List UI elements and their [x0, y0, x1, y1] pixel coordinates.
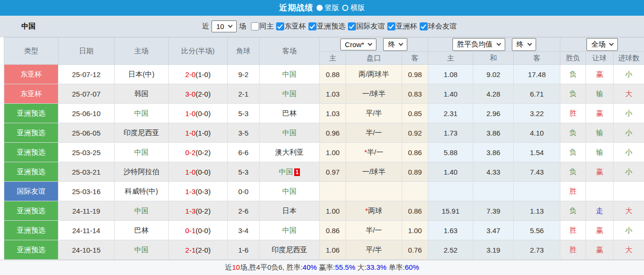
subcol-asian-home: 主 — [320, 52, 346, 65]
away-team-cell: 中国 — [260, 221, 320, 240]
date-cell: 25-06-05 — [58, 123, 115, 143]
result-cell: 胜 — [560, 240, 586, 260]
half-score: (1-0) — [196, 129, 211, 137]
checkbox-checked-icon[interactable] — [348, 22, 356, 30]
away-team-cell: 中国 — [260, 123, 320, 143]
table-row: 东亚杯25-07-07韩国3-0(2-0)2-1中国1.03一/球半0.831.… — [4, 84, 644, 104]
results-body: 东亚杯25-07-12日本(中)2-0(1-0)9-2中国0.88两/两球半0.… — [4, 65, 644, 260]
league-type-cell: 东亚杯 — [4, 65, 58, 84]
subcol-euro-home: 主 — [428, 52, 473, 65]
subcol-handicap: 盘口 — [346, 52, 402, 65]
summary-segment: 40% — [303, 263, 317, 271]
filter-checkbox-label: 同主 — [260, 22, 274, 31]
team-name: 日本 — [282, 206, 297, 215]
league-type-cell: 亚洲预选 — [4, 104, 58, 123]
checkbox-checked-icon[interactable] — [308, 22, 317, 30]
summary-segment: 近 — [225, 263, 232, 271]
team-name: 韩国 — [135, 89, 149, 98]
handicap-text: 两/两球半 — [358, 70, 389, 78]
score-cell: 1-0(0-0) — [169, 162, 228, 182]
chevron-down-icon — [496, 41, 501, 46]
checkbox-checked-icon[interactable] — [276, 22, 284, 30]
full-score: 0-2 — [185, 148, 196, 157]
odds-time-select[interactable]: 终 — [383, 38, 407, 51]
home-team-cell: 中国 — [115, 201, 169, 221]
table-row: 亚洲预选24-11-19中国1-3(0-2)2-6日本1.00*两球0.8615… — [4, 201, 644, 221]
handicap-result-cell: 赢 — [586, 240, 614, 260]
layout-radio-option[interactable]: 横版 — [342, 3, 365, 12]
home-team-cell: 中国 — [115, 104, 169, 123]
home-team-cell: 日本(中) — [115, 65, 169, 84]
summary-segment: 场,胜4平0负6, 胜率: — [240, 263, 303, 271]
results-table: 类型 日期 主场 比分(半场) 角球 客场 Crow* 终 — [4, 37, 644, 260]
filter-checkbox-label: 球会友谊 — [428, 22, 457, 31]
goals-cell — [614, 182, 644, 201]
radio-selected-icon[interactable] — [317, 5, 323, 11]
wdl-time-select[interactable]: 终 — [512, 38, 536, 51]
team-name: 澳大利亚 — [275, 148, 304, 156]
table-row: 东亚杯25-07-12日本(中)2-0(1-0)9-2中国0.88两/两球半0.… — [4, 65, 644, 84]
euro-draw-odds-cell: 2.96 — [473, 104, 514, 123]
team-name: 中国 — [135, 246, 149, 254]
handicap-text: 半/一 — [365, 226, 382, 234]
checkbox-unchecked-icon[interactable] — [251, 22, 259, 30]
date-cell: 25-03-21 — [58, 162, 115, 182]
checkbox-checked-icon[interactable] — [420, 22, 428, 30]
filter-checkbox-label: 东亚杯 — [285, 22, 306, 31]
asian-away-odds-cell: 0.86 — [402, 143, 428, 162]
filter-checkbox-item[interactable]: 国际友谊 — [348, 22, 385, 31]
score-cell: 2-0(1-0) — [169, 65, 228, 84]
goals-cell: 小 — [614, 221, 644, 240]
euro-draw-odds-cell: 9.02 — [473, 65, 514, 84]
match-count-select[interactable]: 10 — [211, 20, 237, 32]
full-score: 2-1 — [185, 246, 196, 254]
wdl-average-select[interactable]: 胜平负均值 — [452, 38, 505, 51]
euro-draw-odds-cell: 4.33 — [473, 162, 514, 182]
euro-home-odds-cell: 15.91 — [428, 201, 473, 221]
chevron-down-icon — [228, 23, 232, 28]
home-team-cell: 印度尼西亚 — [115, 123, 169, 143]
handicap-result-cell: 走 — [586, 201, 614, 221]
filter-checkbox-item[interactable]: 东亚杯 — [276, 22, 306, 31]
filter-checkbox-item[interactable]: 亚洲杯 — [387, 22, 417, 31]
scope-value: 全场 — [591, 40, 606, 49]
filter-checkbox-item[interactable]: 球会友谊 — [420, 22, 457, 31]
euro-away-odds-cell: 2.73 — [514, 240, 560, 260]
team-name: 巴林 — [135, 226, 149, 234]
half-score: (2-0) — [196, 90, 211, 98]
table-row: 国际友谊25-03-16科威特(中)1-3(0-3)0-0中国胜 — [4, 182, 644, 201]
chevron-down-icon — [527, 41, 532, 46]
col-header-away: 客场 — [260, 38, 320, 65]
euro-home-odds-cell — [428, 182, 473, 201]
scope-select[interactable]: 全场 — [586, 38, 618, 51]
summary-segment: 55.5% — [335, 263, 356, 271]
table-row: 亚洲预选24-10-15中国2-1(2-0)1-6印度尼西亚1.06平/半0.7… — [4, 240, 644, 260]
asian-home-odds-cell: 0.88 — [320, 65, 346, 84]
team-name: 中国 — [21, 22, 36, 31]
team-name: 印度尼西亚 — [124, 128, 159, 137]
layout-radio-selected[interactable]: 竖版 — [317, 3, 339, 12]
euro-away-odds-cell: 7.43 — [514, 162, 560, 182]
version-radios: 竖版横版 — [314, 3, 365, 12]
half-score: (0-2) — [196, 148, 211, 157]
subcol-result: 胜负 — [560, 52, 586, 65]
date-cell: 25-06-10 — [58, 104, 115, 123]
subcol-handicap-result: 让球 — [586, 52, 614, 65]
filter-checkbox-item[interactable]: 亚洲预选 — [308, 22, 346, 31]
filter-checkbox-item[interactable]: 同主 — [251, 22, 274, 31]
euro-away-odds-cell: 5.56 — [514, 221, 560, 240]
handicap-cell: 两/两球半 — [346, 65, 402, 84]
corners-cell: 3-4 — [228, 221, 260, 240]
games-label: 场 — [239, 22, 246, 31]
full-score: 1-0 — [185, 109, 196, 118]
corners-cell: 9-2 — [228, 65, 260, 84]
radio-unselected-icon[interactable] — [342, 5, 348, 11]
checkbox-checked-icon[interactable] — [387, 22, 395, 30]
near-label: 近 — [202, 22, 209, 31]
odds-source-select[interactable]: Crow* — [340, 39, 377, 50]
score-cell: 1-0(1-0) — [169, 123, 228, 143]
summary-segment: 大: — [356, 263, 366, 271]
goals-cell: 小 — [614, 65, 644, 84]
euro-home-odds-cell: 2.31 — [428, 104, 473, 123]
col-header-date: 日期 — [58, 38, 115, 65]
